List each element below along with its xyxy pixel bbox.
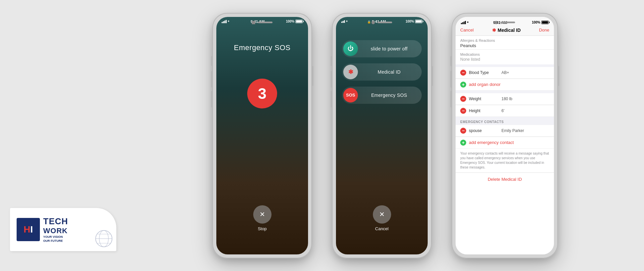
logo-container: HI TECH WORK YOUR VISION OUR FUTURE: [10, 208, 116, 251]
phone3-camera: [494, 21, 498, 24]
sos-text-icon: SOS: [346, 93, 355, 98]
logo-work-text: WORK: [43, 227, 68, 235]
medical-id-slider[interactable]: ✱ Medical ID: [342, 63, 422, 81]
phone1-frame: ⌖ 9:41 AM 100% Emergency SOS 3 ✕ Stop: [212, 13, 312, 258]
phone3-screen-inner: ⌖ 9:41 AM 100% Cancel ✱ Medical ID Don: [456, 17, 554, 254]
logo-box: HI: [17, 218, 40, 241]
medications-label: Medications: [460, 52, 549, 56]
section-divider-1: [456, 64, 554, 67]
height-label: Height: [469, 108, 492, 113]
phone3-vol-up-btn: [450, 71, 452, 88]
logo-text-right: TECH WORK YOUR VISION OUR FUTURE: [43, 216, 68, 243]
blood-type-value: AB+: [501, 70, 509, 75]
emergency-contacts-header: EMERGENCY CONTACTS: [456, 117, 554, 125]
stop-button-area[interactable]: ✕ Stop: [253, 205, 271, 231]
stop-circle-btn[interactable]: ✕: [253, 205, 271, 224]
logo-hi: HI: [24, 225, 33, 234]
phone1-mute-btn: [211, 56, 212, 66]
contact-name-value: Emily Parker: [501, 128, 524, 133]
medical-thumb: ✱: [343, 65, 358, 79]
weight-label: Weight: [469, 97, 492, 101]
phone2-power-btn: [432, 66, 433, 86]
phone2-speaker: [377, 22, 392, 23]
nav-cancel-btn[interactable]: Cancel: [460, 28, 474, 33]
height-minus-icon[interactable]: −: [460, 108, 466, 114]
phone1-screen: ⌖ 9:41 AM 100% Emergency SOS 3 ✕ Stop: [216, 17, 308, 254]
phone2-battery: 100%: [405, 20, 422, 23]
sos-thumb: SOS: [343, 88, 358, 102]
medical-id-icon: ✱: [492, 28, 496, 33]
phones-area: ⌖ 9:41 AM 100% Emergency SOS 3 ✕ Stop: [126, 0, 644, 271]
phone3-vol-down-btn: [450, 91, 452, 107]
spouse-minus-icon[interactable]: −: [460, 128, 466, 134]
phone2-screen: ⌖ 🔒 9:41 AM 100% ⏻ slid: [336, 17, 428, 254]
logo-globe-icon: [95, 230, 113, 248]
weight-value: 180 lb: [501, 97, 512, 101]
weight-row: − Weight 180 lb: [456, 93, 554, 105]
allergies-section: Allergies & Reactions Peanuts: [456, 36, 554, 49]
phone1-vol-up-btn: [211, 71, 212, 88]
organ-donor-plus-icon[interactable]: +: [460, 82, 466, 88]
phone2-vol-up-btn: [331, 71, 332, 88]
phone3-power-btn: [558, 66, 559, 86]
phone2-camera: [372, 21, 375, 24]
contact-relation-label: spouse: [469, 128, 492, 133]
cancel-button-area[interactable]: ✕ Cancel: [373, 205, 391, 231]
phone1-vol-down-btn: [211, 91, 212, 107]
stop-label: Stop: [258, 226, 267, 231]
phone3-screen: ⌖ 9:41 AM 100% Cancel ✱ Medical ID Don: [456, 17, 554, 254]
phone3-signal: ⌖: [461, 21, 469, 24]
blood-type-label: Blood Type: [469, 70, 492, 75]
weight-minus-icon[interactable]: −: [460, 96, 466, 102]
phone3-frame: ⌖ 9:41 AM 100% Cancel ✱ Medical ID Don: [452, 13, 558, 258]
phone2-mute-btn: [331, 56, 332, 66]
logo-tech-text: TECH: [43, 216, 68, 227]
phone1-camera: [252, 21, 255, 24]
nav-title: ✱ Medical ID: [492, 28, 521, 33]
emergency-sos-slider[interactable]: SOS Emergency SOS: [342, 87, 422, 104]
blood-type-minus-icon[interactable]: −: [460, 70, 466, 76]
spouse-contact-row: − spouse Emily Parker: [456, 125, 554, 137]
cancel-label: Cancel: [375, 226, 388, 231]
power-thumb: ⏻: [343, 41, 358, 56]
emergency-note: Your emergency contacts will receive a m…: [456, 149, 554, 172]
organ-donor-link[interactable]: add organ donor: [469, 82, 500, 87]
allergies-value: Peanuts: [460, 43, 549, 48]
sos-countdown: 3: [247, 79, 277, 108]
organ-donor-row[interactable]: + add organ donor: [456, 79, 554, 91]
medications-value: None listed: [460, 57, 549, 62]
power-off-slider[interactable]: ⏻ slide to power off: [342, 40, 422, 57]
medications-section: Medications None listed: [456, 49, 554, 64]
power-icon: ⏻: [348, 45, 354, 52]
phone1-power-btn: [312, 66, 313, 86]
height-row: − Height 6': [456, 105, 554, 117]
medical-content: Allergies & Reactions Peanuts Medication…: [456, 36, 554, 254]
phone2-screen-inner: ⌖ 🔒 9:41 AM 100% ⏻ slid: [336, 17, 428, 254]
logo-tagline: YOUR VISION OUR FUTURE: [43, 235, 68, 243]
medical-asterisk-icon: ✱: [348, 68, 353, 76]
nav-done-btn[interactable]: Done: [539, 28, 549, 33]
height-value: 6': [501, 108, 504, 113]
phone1-signal: ⌖: [222, 20, 229, 23]
phone3-mute-btn: [450, 56, 452, 66]
delete-medical-id-btn[interactable]: Delete Medical ID: [456, 172, 554, 186]
phone1-battery: 100%: [286, 20, 303, 23]
phone2-signal: ⌖: [341, 20, 348, 23]
add-contact-plus-icon[interactable]: +: [460, 140, 466, 146]
phone1-speaker: [258, 22, 272, 23]
phone2-frame: ⌖ 🔒 9:41 AM 100% ⏻ slid: [332, 13, 432, 258]
blood-type-row: − Blood Type AB+: [456, 67, 554, 79]
section-divider-2: [456, 91, 554, 93]
phone1-screen-inner: ⌖ 9:41 AM 100% Emergency SOS 3 ✕ Stop: [216, 17, 308, 254]
phone3-battery: 100%: [532, 21, 549, 24]
phone3-speaker: [500, 22, 515, 23]
sos-slider-text: Emergency SOS: [358, 93, 420, 98]
add-contact-row[interactable]: + add emergency contact: [456, 137, 554, 149]
medical-slider-text: Medical ID: [358, 69, 420, 75]
allergies-label: Allergies & Reactions: [460, 38, 549, 42]
phone2-vol-down-btn: [331, 91, 332, 107]
cancel-circle-btn[interactable]: ✕: [373, 205, 391, 224]
add-contact-link[interactable]: add emergency contact: [469, 140, 514, 145]
power-slider-text: slide to power off: [358, 46, 420, 51]
sos-title: Emergency SOS: [234, 43, 290, 52]
